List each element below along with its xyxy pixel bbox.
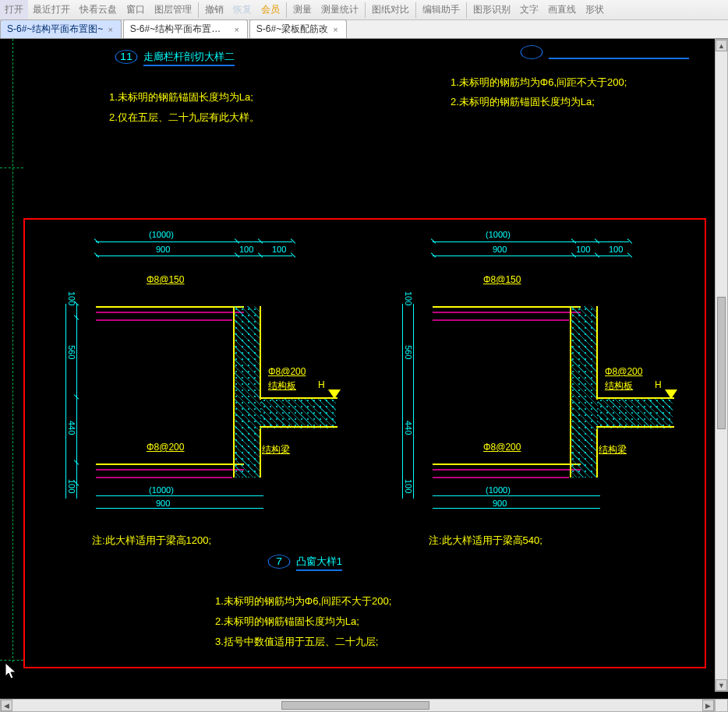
toolbar-edit-help[interactable]: 编辑助手 [418,0,465,19]
dim-100v2-l: 100 [67,479,76,493]
toolbar-recent[interactable]: 最近打开 [28,0,75,19]
concrete-hatch [598,397,673,428]
toolbar-shape-rec[interactable]: 图形识别 [468,0,515,19]
toolbar: 打开 最近打开 快看云盘 窗口 图层管理 撤销 恢复 会员 测量 测量统计 图纸… [0,0,728,20]
rebar-200b-l: Φ8@200 [147,442,184,453]
rebar-150-l: Φ8@150 [147,274,184,285]
toolbar-undo[interactable]: 撤销 [200,0,228,19]
vertical-scrollbar[interactable]: ▲ ▼ [715,39,728,692]
level-marker-icon [328,389,341,399]
section-11-title: 走廊栏杆剖切大样二 [143,50,235,66]
dim-100b-r: 100 [609,245,623,254]
dim-line [96,508,263,509]
section-11-number: 11 [115,50,138,64]
horizontal-scrollbar[interactable]: ◀ ▶ [0,699,715,712]
scrollbar-corner [715,699,728,712]
detail-left-note: 注:此大样适用于梁高1200; [92,534,211,548]
dim-line [65,304,66,499]
dim-1000-r: (1000) [486,230,511,239]
section-11-heading: 11 走廊栏杆剖切大样二 [117,50,235,66]
dim-line [96,241,292,242]
scroll-down-icon[interactable]: ▼ [716,679,727,691]
dim-560-l: 560 [67,345,76,359]
scroll-thumb[interactable] [717,297,726,429]
tab-3-label: S-6#~梁板配筋改 [256,23,328,36]
tab-2-close-icon[interactable]: × [232,25,240,34]
toolbar-layer[interactable]: 图层管理 [150,0,196,19]
toolbar-measure-stats[interactable]: 测量统计 [316,0,363,19]
tab-1-close-icon[interactable]: × [106,25,114,34]
rebar-150-r: Φ8@150 [483,274,521,285]
dim-line [96,256,292,256]
section-right-heading [522,45,689,62]
dim-440-l: 440 [67,421,76,435]
scroll-left-icon[interactable]: ◀ [1,700,12,711]
dim-900-l: 900 [156,245,170,254]
drawing-canvas[interactable]: 11 走廊栏杆剖切大样二 1.未标明的钢筋锚固长度均为La; 2.仅在五层、二十… [0,39,728,712]
section-7-title: 凸窗大样1 [296,555,342,571]
toolbar-open[interactable]: 打开 [0,0,28,19]
cursor-icon [5,662,19,682]
toolbar-window[interactable]: 窗口 [122,0,150,19]
section-7-note-1: 1.未标明的钢筋均为Φ6,间距不大于200; [215,594,391,608]
dim-line [76,304,77,499]
toolbar-shape[interactable]: 形状 [581,0,609,19]
scroll-right-icon[interactable]: ▶ [702,700,714,711]
section-7-note-2: 2.未标明的钢筋锚固长度均为La; [215,615,359,629]
tab-1-label: S-6#~结构平面布置图~ [7,23,103,36]
dim-1000b-r: (1000) [486,485,511,495]
scroll-thumb[interactable] [281,701,429,710]
toolbar-text[interactable]: 文字 [515,0,543,19]
tab-2-label: S-6#~结构平面布置图_t3 [130,23,230,36]
tab-bar: S-6#~结构平面布置图~ × S-6#~结构平面布置图_t3 × S-6#~梁… [0,20,728,39]
concrete-hatch [233,306,261,478]
toolbar-redo[interactable]: 恢复 [228,0,256,19]
scroll-up-icon[interactable]: ▲ [716,40,727,51]
tab-2[interactable]: S-6#~结构平面布置图_t3 × [123,19,248,38]
rebar-200a-l: Φ8@200 [268,366,306,377]
dim-100a-r: 100 [576,245,590,254]
dim-line [96,495,263,496]
toolbar-compare[interactable]: 图纸对比 [367,0,414,19]
dim-100v1-r: 100 [404,291,413,305]
dim-100v2-r: 100 [404,479,413,493]
section-right-note-2: 2.未标明的钢筋锚固长度均为La; [451,95,595,109]
rebar-200b-r: Φ8@200 [483,442,521,453]
dim-440-r: 440 [404,421,413,435]
toolbar-measure[interactable]: 测量 [288,0,316,19]
toolbar-vip[interactable]: 会员 [256,0,284,19]
dim-100v1-l: 100 [67,291,76,305]
concrete-hatch [261,397,336,428]
lab-beam-r: 结构梁 [599,443,627,456]
dim-900b-l: 900 [156,499,170,508]
level-marker-icon [665,389,677,399]
lab-board-l: 结构板 [268,379,296,393]
concrete-hatch [570,306,598,478]
dim-100a-l: 100 [239,245,253,254]
section-11-note-2: 2.仅在五层、二十九层有此大样。 [109,111,260,125]
section-7-note-3: 3.括号中数值适用于五层、二十九层; [215,635,378,649]
lab-board-r: 结构板 [605,379,633,393]
dim-900b-r: 900 [493,499,507,508]
dim-560-r: 560 [404,345,413,359]
guide-line [0,660,23,661]
dim-100b-l: 100 [272,245,286,254]
tab-3-close-icon[interactable]: × [331,25,339,34]
tab-3[interactable]: S-6#~梁板配筋改 × [249,19,347,38]
tab-1[interactable]: S-6#~结构平面布置图~ × [0,19,122,38]
section-11-note-1: 1.未标明的钢筋锚固长度均为La; [109,90,253,104]
section-right-number [521,45,543,59]
section-right-note-1: 1.未标明的钢筋均为Φ6,间距不大于200; [451,76,627,90]
lab-h-l: H [318,379,325,390]
section-7-heading: 7 凸窗大样1 [270,555,342,571]
dim-1000b-l: (1000) [149,485,174,495]
guide-line [0,167,23,168]
guide-line [12,39,13,662]
lab-beam-l: 结构梁 [262,443,290,456]
toolbar-cloud[interactable]: 快看云盘 [75,0,122,19]
dim-900-r: 900 [493,245,507,254]
toolbar-draw-line[interactable]: 画直线 [543,0,581,19]
detail-right-note: 注:此大样适用于梁高540; [429,534,542,548]
dim-1000-l: (1000) [149,230,174,239]
lab-h-r: H [655,379,662,390]
